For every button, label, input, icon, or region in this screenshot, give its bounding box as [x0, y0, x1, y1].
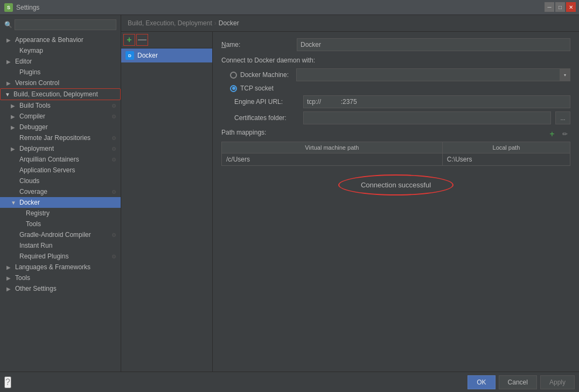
breadcrumb: Build, Execution, Deployment › Docker: [121, 15, 579, 32]
sidebar-item-label: Tools: [15, 274, 30, 282]
sidebar-item-docker[interactable]: ▼ Docker: [0, 197, 121, 208]
sidebar-item-remote-jar[interactable]: Remote Jar Repositories ⚙: [0, 132, 121, 143]
settings-icon: ⚙: [111, 146, 116, 152]
settings-icon: ⚙: [111, 254, 116, 260]
sidebar-item-registry[interactable]: Registry: [0, 208, 121, 219]
name-row: Name:: [221, 38, 570, 51]
sidebar-item-coverage[interactable]: Coverage ⚙: [0, 186, 121, 197]
svg-text:D: D: [128, 53, 131, 58]
sidebar-item-appearance[interactable]: ▶ Appearance & Behavior: [0, 34, 121, 45]
sidebar-item-version-control[interactable]: ▶ Version Control: [0, 78, 121, 88]
minimize-button[interactable]: ─: [545, 2, 554, 12]
sidebar-item-label: Appearance & Behavior: [15, 36, 83, 44]
close-button[interactable]: ✕: [566, 2, 576, 12]
sidebar-item-keymap[interactable]: Keymap: [0, 45, 121, 56]
name-label: Name:: [221, 41, 297, 48]
vm-path-header: Virtual machine path: [222, 142, 443, 153]
path-mappings-section: Path mappings: + ✏ Virtual machine path …: [221, 129, 570, 166]
add-docker-button[interactable]: +: [123, 34, 135, 46]
content-area: Build, Execution, Deployment › Docker + …: [121, 15, 579, 372]
title-bar: S Settings ─ □ ✕: [0, 0, 579, 15]
sidebar-item-build-tools[interactable]: ▶ Build Tools ⚙: [0, 100, 121, 111]
sidebar-item-languages[interactable]: ▶ Languages & Frameworks: [0, 262, 121, 272]
arrow-icon: ▶: [6, 80, 13, 86]
arrow-icon: ▶: [6, 275, 13, 281]
docker-machine-dropdown[interactable]: ▾: [560, 68, 570, 81]
sidebar-item-deployment[interactable]: ▶ Deployment ⚙: [0, 143, 121, 154]
sidebar-item-label: Docker: [19, 199, 40, 206]
add-mapping-button[interactable]: +: [547, 129, 557, 139]
sidebar-item-plugins[interactable]: Plugins: [0, 67, 121, 78]
sidebar-item-label: Application Servers: [19, 166, 75, 174]
name-input[interactable]: [297, 38, 570, 51]
ok-button[interactable]: OK: [468, 375, 495, 389]
app-icon: S: [4, 3, 13, 12]
window-controls: ─ □ ✕: [545, 2, 576, 12]
main-container: 🔍 ▶ Appearance & Behavior Keymap ▶ Edito…: [0, 15, 579, 372]
sidebar-item-gradle-android[interactable]: Gradle-Android Compiler ⚙: [0, 229, 121, 240]
sidebar-item-other-settings[interactable]: ▶ Other Settings: [0, 283, 121, 294]
path-table: Virtual machine path Local path /c/Users…: [221, 142, 570, 166]
apply-button[interactable]: Apply: [540, 375, 575, 389]
docker-entry[interactable]: D Docker: [121, 48, 212, 62]
sidebar-item-label: Compiler: [19, 113, 45, 120]
tcp-socket-radio[interactable]: [230, 85, 237, 92]
sidebar-item-label: Arquillian Containers: [19, 156, 79, 163]
local-path-header: Local path: [442, 142, 570, 153]
sidebar-item-debugger[interactable]: ▶ Debugger: [0, 122, 121, 132]
certs-label: Certificates folder:: [234, 114, 299, 122]
sidebar-item-tools[interactable]: Tools: [0, 219, 121, 229]
settings-icon: ⚙: [111, 157, 116, 163]
sidebar-item-label: Keymap: [19, 47, 43, 54]
engine-api-row: Engine API URL:: [234, 95, 570, 108]
sidebar: 🔍 ▶ Appearance & Behavior Keymap ▶ Edito…: [0, 15, 121, 372]
certs-input[interactable]: [303, 111, 551, 124]
sidebar-item-compiler[interactable]: ▶ Compiler ⚙: [0, 111, 121, 122]
docker-machine-input[interactable]: [296, 68, 560, 81]
arrow-icon: ▶: [6, 264, 13, 270]
docker-machine-radio[interactable]: [230, 72, 237, 79]
local-path-cell: C:\Users: [442, 153, 570, 166]
sidebar-item-label: Coverage: [19, 188, 47, 195]
arrow-icon: ▶: [6, 59, 13, 65]
search-box: 🔍: [0, 17, 121, 32]
sidebar-item-label: Clouds: [19, 177, 39, 185]
path-mappings-label: Path mappings:: [221, 129, 266, 136]
breadcrumb-separator: ›: [214, 19, 217, 27]
engine-api-input[interactable]: [303, 95, 570, 108]
docker-config: Name: Connect to Docker daemon with: Doc…: [213, 32, 579, 372]
sidebar-item-tools-top[interactable]: ▶ Tools: [0, 272, 121, 283]
breadcrumb-part2: Docker: [219, 19, 239, 27]
edit-mapping-button[interactable]: ✏: [560, 129, 570, 139]
tcp-socket-label: TCP socket: [240, 85, 274, 92]
sidebar-item-editor[interactable]: ▶ Editor: [0, 56, 121, 67]
sidebar-item-required-plugins[interactable]: Required Plugins ⚙: [0, 251, 121, 262]
sidebar-item-label: Version Control: [15, 79, 59, 87]
sidebar-item-label: Registry: [26, 209, 50, 217]
sidebar-item-app-servers[interactable]: Application Servers: [0, 165, 121, 176]
docker-entry-icon: D: [125, 51, 134, 60]
sidebar-item-instant-run[interactable]: Instant Run: [0, 240, 121, 251]
help-button[interactable]: ?: [4, 376, 11, 388]
sidebar-item-label: Other Settings: [15, 285, 57, 292]
docker-machine-label: Docker Machine:: [240, 71, 289, 79]
docker-list-toolbar: + —: [121, 32, 212, 48]
search-input[interactable]: [15, 19, 116, 30]
sidebar-item-label: Plugins: [19, 68, 40, 76]
remove-docker-button[interactable]: —: [136, 34, 148, 46]
vm-path-cell: /c/Users: [222, 153, 443, 166]
sidebar-item-clouds[interactable]: Clouds: [0, 176, 121, 186]
cancel-button[interactable]: Cancel: [499, 375, 537, 389]
sidebar-item-build-exec[interactable]: ▼ Build, Execution, Deployment: [0, 88, 121, 100]
arrow-icon: ▶: [6, 286, 13, 292]
docker-machine-row: Docker Machine: ▾: [230, 68, 570, 81]
sidebar-item-label: Languages & Frameworks: [15, 263, 90, 271]
arrow-icon: ▼: [5, 92, 11, 97]
sidebar-item-label: Build, Execution, Deployment: [13, 90, 98, 98]
sidebar-item-arquillian[interactable]: Arquillian Containers ⚙: [0, 154, 121, 165]
sidebar-item-label: Deployment: [19, 145, 54, 152]
tcp-socket-row: TCP socket: [230, 85, 570, 92]
certs-browse-button[interactable]: ...: [555, 111, 570, 124]
maximize-button[interactable]: □: [555, 2, 565, 12]
arrow-icon: ▼: [11, 200, 17, 206]
